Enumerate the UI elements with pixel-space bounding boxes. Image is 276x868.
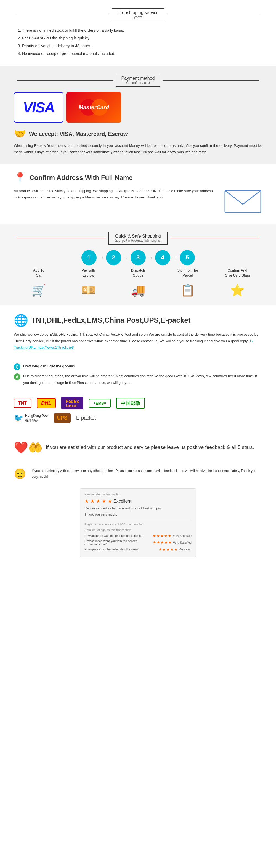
carrier-section: TNT DHL FedEx Express ≡EMS≡ 中国邮政 🐦 HongK… xyxy=(0,394,276,432)
step-circle-1: 1 xyxy=(82,250,97,265)
detail-label-3: Very Fast xyxy=(179,548,191,551)
address-section: 📍 Confirm Address With Full Name All pro… xyxy=(0,164,276,223)
hk-post-box: 🐦 HongKong Post香港邮政 xyxy=(14,413,48,423)
ups-badge: UPS xyxy=(54,413,71,423)
payment-section: Payment method Способ оплаты VISA Master… xyxy=(0,66,276,164)
feedback-header: ❤️🤲 If you are satisfied with our produc… xyxy=(14,441,262,454)
rating-divider xyxy=(85,520,191,520)
title-line-left xyxy=(17,80,113,81)
address-header: 📍 Confirm Address With Full Name xyxy=(14,172,262,184)
list-item: Priority delivery,fast delivery in 48 ho… xyxy=(22,42,262,50)
steps-icons-row: 🛒 💴 🚚 📋 ⭐ xyxy=(14,283,262,297)
detail-question-1: How accurate was the product description… xyxy=(85,534,153,537)
title-line-right xyxy=(163,80,259,81)
title-line-left xyxy=(17,238,106,238)
step-icon-sign: 📋 xyxy=(174,283,202,297)
ems-badge: ≡EMS≡ xyxy=(89,399,111,408)
detail-row-1: How accurate was the product description… xyxy=(85,534,191,538)
detail-question-3: How quickly did the seller ship the item… xyxy=(85,548,159,551)
pin-icon: 📍 xyxy=(14,172,26,184)
step-arrow: → xyxy=(98,254,104,261)
payment-main-title: Payment method xyxy=(121,76,155,81)
address-title: Confirm Address With Full Name xyxy=(30,174,133,182)
tnt-badge: TNT xyxy=(14,399,31,408)
address-text: All products will be tested strictly bef… xyxy=(14,188,215,215)
step-label-1: Add ToCat xyxy=(25,268,53,278)
step-arrow: → xyxy=(147,254,154,261)
list-item: For USA/CA /RU the shipping is quickly. xyxy=(22,34,262,42)
card-row: VISA MasterCard xyxy=(14,92,262,123)
answer-row: A Due to different countries, the arriva… xyxy=(14,373,262,386)
step-arrow: → xyxy=(172,254,178,261)
dropship-sub-title: услуг xyxy=(117,15,158,19)
payment-sub-title: Способ оплаты xyxy=(121,81,155,85)
carrier-row-2: 🐦 HongKong Post香港邮政 UPS E-packet xyxy=(14,413,262,423)
step-label-2: Pay withEscrow xyxy=(74,268,102,278)
rating-stars-row: ★ ★ ★ ★ ★ Excellent xyxy=(85,498,191,504)
title-line-left xyxy=(17,14,109,15)
payment-title-inner: Payment method Способ оплаты xyxy=(116,74,161,87)
detail-stars-3: ★ ★ ★ ★ ★ xyxy=(159,547,178,552)
detail-label-1: Very Accurate xyxy=(173,534,191,537)
list-item: There is no limited stock to fulfill the… xyxy=(22,27,262,34)
negative-feedback: 😟 If you are unhappy with our serviceor … xyxy=(0,468,276,488)
star-5: ★ xyxy=(108,498,112,504)
step-circle-2: 2 xyxy=(106,250,121,265)
hk-bird-icon: 🐦 xyxy=(14,413,24,423)
excellent-label: Excellent xyxy=(114,499,131,504)
shipping-section: 🌐 TNT,DHL,FedEx,EMS,China Post,UPS,E-pac… xyxy=(0,305,276,363)
steps-main-title: Quick & Safe Shopping xyxy=(114,234,161,239)
fedex-badge: FedEx Express xyxy=(61,397,83,409)
step-icon-escrow: 💴 xyxy=(74,283,102,297)
char-count: English characters only; 1,000 charcters… xyxy=(85,523,191,526)
accept-row: 🤝 We accept: VISA, Mastercard, Escrow xyxy=(14,128,262,140)
step-icon-cart: 🛒 xyxy=(25,283,53,297)
rating-card: Please rate this transaction ★ ★ ★ ★ ★ E… xyxy=(80,488,196,557)
feedback-section: ❤️🤲 If you are satisfied with our produc… xyxy=(0,432,276,468)
qa-section: Q How long can I get the goods? A Due to… xyxy=(0,363,276,394)
step-label-4: Sign For TheParcel xyxy=(174,268,202,278)
dropship-main-title: Dropshipping service xyxy=(117,10,158,15)
address-content: All products will be tested strictly bef… xyxy=(14,188,262,215)
hand-icon: 🤝 xyxy=(14,128,26,140)
sad-icon: 😟 xyxy=(14,468,26,480)
review-line-2: Thank you very much. xyxy=(85,512,191,517)
svg-rect-0 xyxy=(225,190,261,213)
mastercard-card: MasterCard xyxy=(66,92,121,123)
detail-row-3: How quickly did the seller ship the item… xyxy=(85,547,191,552)
heart-icon: ❤️🤲 xyxy=(14,441,42,454)
steps-section: Quick & Safe Shopping быстрой и безопасн… xyxy=(0,223,276,305)
visa-label: VISA xyxy=(23,99,54,116)
accept-title: We accept: VISA, Mastercard, Escrow xyxy=(29,131,128,137)
dropship-title-inner: Dropshipping service услуг xyxy=(112,8,164,21)
hk-post-label: HongKong Post香港邮政 xyxy=(25,413,48,423)
detail-stars-2: ★ ★ ★ ★ ★ xyxy=(153,540,172,545)
star-4: ★ xyxy=(102,498,106,504)
feedback-title: If you are satisfied with our product an… xyxy=(46,444,254,451)
star-2: ★ xyxy=(90,498,95,504)
a-badge: A xyxy=(14,373,21,380)
step-icon-dispatch: 🚚 xyxy=(124,283,152,297)
detail-question-2: How satisfied were you with the seller's… xyxy=(85,539,153,546)
step-circle-5: 5 xyxy=(180,250,195,265)
detailed-title: Detailed ratings on this transaction xyxy=(85,528,191,532)
star-1: ★ xyxy=(85,498,89,504)
steps-circles-row: 1 → 2 → 3 → 4 → 5 xyxy=(14,250,262,265)
title-line-right xyxy=(170,238,259,238)
steps-labels: Add ToCat Pay withEscrow DispatchGoods S… xyxy=(14,268,262,278)
mc-label: MasterCard xyxy=(79,104,109,111)
title-line-right xyxy=(167,14,259,15)
steps-sub-title: быстрой и безопасной покупки xyxy=(114,239,161,243)
dropship-list: There is no limited stock to fulfill the… xyxy=(14,27,262,57)
envelope-icon xyxy=(223,188,262,215)
shipping-header: 🌐 TNT,DHL,FedEx,EMS,China Post,UPS,E-pac… xyxy=(14,313,262,327)
star-3: ★ xyxy=(96,498,100,504)
negative-text: If you are unhappy with our serviceor an… xyxy=(32,468,262,480)
accept-text: When using Escrow Your money is deposite… xyxy=(14,143,262,155)
rating-card-title: Please rate this transaction xyxy=(85,493,191,496)
answer-text: Due to different countries, the arrival … xyxy=(23,373,262,386)
dropship-title-box: Dropshipping service услуг xyxy=(14,8,262,21)
q-badge: Q xyxy=(14,364,21,370)
step-label-3: DispatchGoods xyxy=(124,268,152,278)
shipping-title: TNT,DHL,FedEx,EMS,China Post,UPS,E-packe… xyxy=(31,316,190,324)
